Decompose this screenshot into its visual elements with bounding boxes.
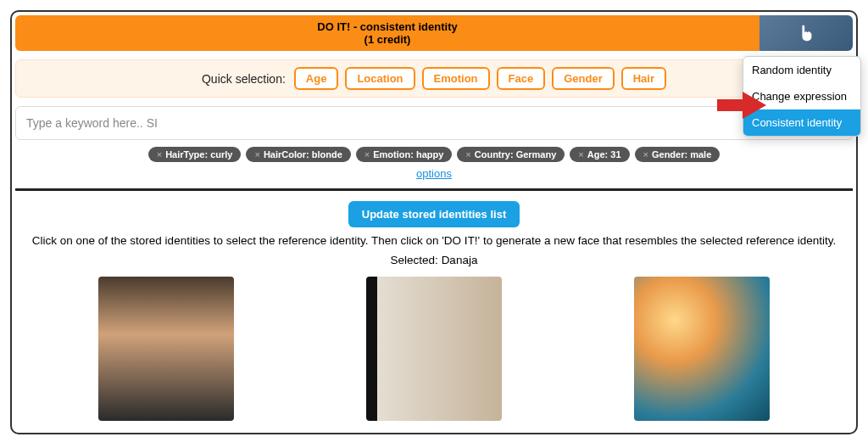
divider [15,188,853,191]
quick-hair[interactable]: Hair [621,67,666,90]
quick-location[interactable]: Location [345,67,415,90]
close-icon: × [465,149,470,160]
selected-row: Selected: Danaja [15,254,853,266]
close-icon: × [364,149,370,160]
tag-country[interactable]: ×Country: Germany [457,147,565,162]
tags-row: ×HairType: curly ×HairColor: blonde ×Emo… [15,147,853,162]
identity-thumb-3[interactable] [634,277,770,421]
keyword-input[interactable] [26,116,842,130]
quick-emotion[interactable]: Emotion [422,67,490,90]
close-icon: × [578,149,583,160]
options-row: options [15,167,853,180]
quick-selection-label: Quick selection: [202,72,286,86]
quick-selection-row: Quick selection: Age Location Emotion Fa… [15,59,853,98]
do-it-button[interactable]: DO IT! - consistent identity (1 credit) [15,15,760,51]
pointer-icon [797,24,815,42]
tag-hairtype[interactable]: ×HairType: curly [148,147,242,162]
do-it-bar: DO IT! - consistent identity (1 credit) [15,15,853,51]
identities-row [15,277,853,429]
identity-thumb-1[interactable] [98,277,234,421]
do-it-title: DO IT! - consistent identity [15,20,760,33]
dropdown-random-identity[interactable]: Random identity [743,57,860,83]
close-icon: × [157,149,162,160]
main-panel: DO IT! - consistent identity (1 credit) … [10,10,858,434]
identity-thumb-2[interactable] [366,277,502,421]
quick-face[interactable]: Face [497,67,546,90]
quick-age[interactable]: Age [294,67,339,90]
tag-emotion[interactable]: ×Emotion: happy [356,147,453,162]
close-icon: × [643,149,648,160]
tag-age[interactable]: ×Age: 31 [570,147,629,162]
options-link[interactable]: options [416,167,452,180]
do-it-dropdown-toggle[interactable] [760,15,853,51]
dropdown-consistent-identity[interactable]: Consistent identity [743,109,860,136]
selected-name: Danaja [442,254,478,266]
update-identities-button[interactable]: Update stored identities list [348,201,520,227]
quick-gender[interactable]: Gender [552,67,615,90]
mode-dropdown: Random identity Change expression Consis… [743,56,861,137]
tag-gender[interactable]: ×Gender: male [635,147,721,162]
do-it-sub: (1 credit) [15,33,760,46]
instructions-text: Click on one of the stored identities to… [15,234,853,247]
update-row: Update stored identities list [15,201,853,227]
dropdown-change-expression[interactable]: Change expression [743,83,860,109]
tag-haircolor[interactable]: ×HairColor: blonde [246,147,350,162]
close-icon: × [254,149,259,160]
selected-prefix: Selected: [391,254,442,266]
keyword-row [15,106,853,140]
